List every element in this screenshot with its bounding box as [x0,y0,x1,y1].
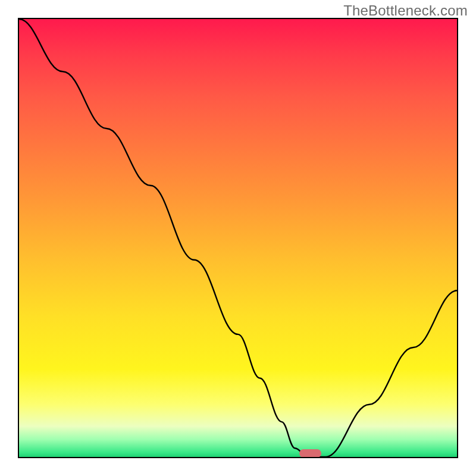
plot-area [18,18,458,458]
watermark-label: TheBottleneck.com [343,2,468,19]
bottleneck-curve [19,19,457,457]
chart-container: TheBottleneck.com [0,0,476,476]
optimal-marker [299,449,322,458]
